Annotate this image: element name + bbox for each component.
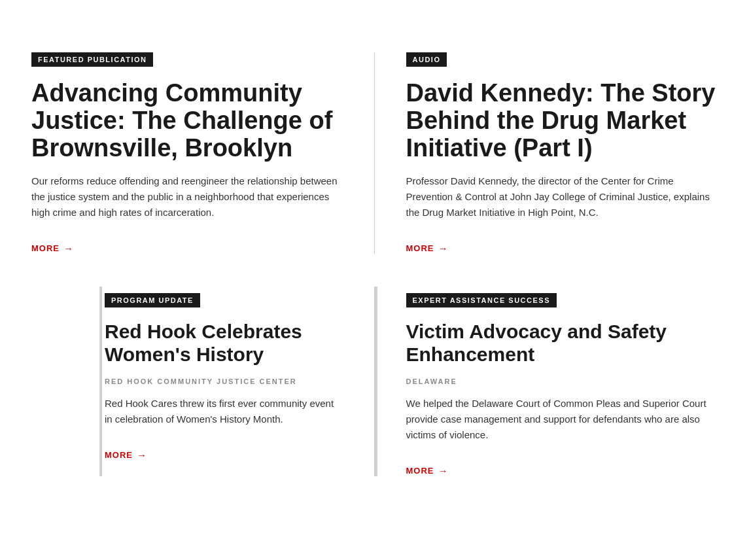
top-left-badge: FEATURED PUBLICATION — [31, 52, 153, 67]
bottom-right-card: EXPERT ASSISTANCE SUCCESS Victim Advocac… — [375, 287, 750, 476]
bottom-left-arrow-icon: → — [137, 449, 147, 461]
top-right-more-link[interactable]: MORE → — [406, 243, 449, 254]
top-right-arrow-icon: → — [438, 243, 449, 254]
top-left-description: Our reforms reduce offending and reengin… — [31, 173, 343, 220]
top-right-badge: AUDIO — [406, 52, 447, 67]
bottom-right-center-label: DELAWARE — [406, 377, 718, 385]
bottom-left-more-label: MORE — [105, 450, 133, 460]
bottom-left-card: PROGRAM UPDATE Red Hook Celebrates Women… — [0, 287, 375, 476]
bottom-row: PROGRAM UPDATE Red Hook Celebrates Women… — [0, 280, 749, 476]
top-left-arrow-icon: → — [63, 243, 74, 254]
bottom-right-arrow-icon: → — [438, 465, 449, 476]
bottom-left-center-label: RED HOOK COMMUNITY JUSTICE CENTER — [105, 377, 343, 385]
bottom-right-description: We helped the Delaware Court of Common P… — [406, 396, 718, 443]
top-left-card: FEATURED PUBLICATION Advancing Community… — [0, 52, 375, 254]
top-right-description: Professor David Kennedy, the director of… — [406, 173, 718, 220]
bottom-right-more-label: MORE — [406, 466, 434, 476]
bottom-left-more-link[interactable]: MORE → — [105, 449, 147, 461]
page-container: FEATURED PUBLICATION Advancing Community… — [0, 0, 749, 502]
top-right-more-label: MORE — [406, 243, 434, 253]
top-left-more-link[interactable]: MORE → — [31, 243, 74, 254]
bottom-left-description: Red Hook Cares threw its first ever comm… — [105, 396, 343, 427]
top-left-title: Advancing Community Justice: The Challen… — [31, 80, 343, 162]
top-left-more-label: MORE — [31, 243, 60, 253]
top-right-card: AUDIO David Kennedy: The Story Behind th… — [375, 52, 750, 254]
bottom-left-badge: PROGRAM UPDATE — [105, 293, 200, 307]
bottom-left-title: Red Hook Celebrates Women's History — [105, 321, 343, 366]
bottom-right-title: Victim Advocacy and Safety Enhancement — [406, 321, 718, 366]
top-right-title: David Kennedy: The Story Behind the Drug… — [406, 80, 718, 162]
top-row: FEATURED PUBLICATION Advancing Community… — [0, 52, 749, 280]
bottom-right-more-link[interactable]: MORE → — [406, 465, 449, 476]
bottom-right-badge: EXPERT ASSISTANCE SUCCESS — [406, 293, 557, 307]
